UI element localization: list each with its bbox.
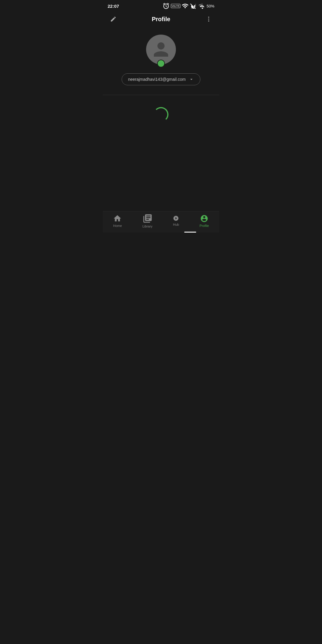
home-icon (113, 214, 122, 223)
bottom-navigation: Home Library Hub Profile (103, 211, 219, 233)
nav-hub[interactable]: Hub (168, 214, 184, 227)
volte-badge: VoLTE (171, 4, 180, 8)
content-area (103, 95, 219, 214)
more-options-button[interactable] (203, 13, 214, 25)
svg-point-0 (208, 17, 209, 18)
app-bar: Profile (103, 11, 219, 27)
profile-nav-icon (200, 214, 208, 223)
svg-point-2 (208, 21, 209, 22)
alarm-icon (162, 2, 170, 10)
battery-text: 50% (207, 4, 214, 8)
loading-spinner (154, 107, 168, 122)
library-icon (143, 213, 153, 224)
more-vert-icon (205, 16, 212, 22)
status-bar: 22:07 VoLTE 50% (103, 0, 219, 11)
profile-section: neerajmadhavi143@gmail.com (103, 27, 219, 95)
email-text: neerajmadhavi143@gmail.com (128, 77, 185, 82)
online-status-indicator (157, 60, 165, 67)
wifi-icon (182, 2, 189, 10)
nav-profile[interactable]: Profile (195, 213, 213, 229)
svg-point-1 (208, 18, 209, 20)
nav-profile-label: Profile (199, 224, 209, 227)
hub-icon (173, 215, 179, 221)
nav-home-label: Home (113, 224, 122, 227)
avatar-person-icon (150, 39, 172, 60)
edit-icon (110, 16, 117, 22)
chevron-down-icon (189, 77, 194, 82)
avatar-container (146, 35, 176, 67)
edit-button[interactable] (108, 13, 119, 25)
signal-x-icon (190, 2, 197, 10)
status-icons: VoLTE 50% (162, 2, 214, 10)
email-selector-button[interactable]: neerajmadhavi143@gmail.com (122, 73, 200, 85)
status-time: 22:07 (108, 4, 119, 9)
nav-home[interactable]: Home (108, 213, 126, 229)
signal-bars-icon (198, 2, 205, 10)
loading-area (103, 95, 219, 122)
page-title: Profile (152, 16, 170, 23)
nav-library-label: Library (143, 225, 153, 228)
nav-hub-label: Hub (173, 223, 179, 226)
nav-library[interactable]: Library (138, 212, 157, 230)
